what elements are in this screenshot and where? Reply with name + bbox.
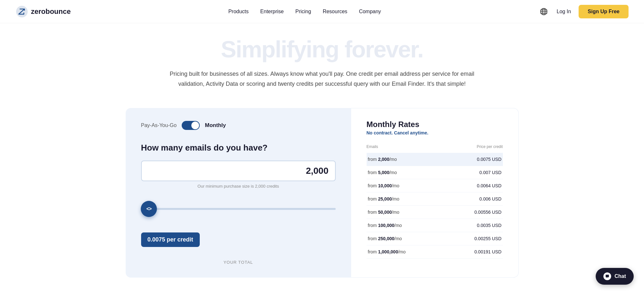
toggle-payasyougo-label: Pay-As-You-Go: [141, 123, 177, 128]
rates-cell-emails-0: from 2,000/mo: [367, 153, 445, 166]
pricing-section: Pay-As-You-Go Monthly How many emails do…: [97, 108, 548, 290]
pricing-right-card: Monthly Rates No contract. Cancel anytim…: [351, 108, 519, 278]
chat-label: Chat: [614, 273, 626, 279]
login-link[interactable]: Log In: [557, 9, 571, 15]
rates-title: Monthly Rates: [367, 120, 503, 129]
nav-item-pricing[interactable]: Pricing: [295, 9, 311, 15]
rates-cell-price-1: 0.007 USD: [445, 166, 503, 179]
logo[interactable]: zerobounce: [15, 5, 71, 18]
nav-right: Log In Sign Up Free: [539, 5, 629, 18]
globe-icon[interactable]: [539, 6, 549, 17]
rates-cell-emails-3: from 25,000/mo: [367, 192, 445, 206]
chat-button[interactable]: Chat: [596, 268, 634, 285]
logo-text: zerobounce: [31, 7, 71, 16]
rates-cell-emails-2: from 10,000/mo: [367, 179, 445, 192]
rates-row-6: from 250,000/mo 0.00255 USD: [367, 232, 503, 245]
rates-row-0: from 2,000/mo 0.0075 USD: [367, 153, 503, 166]
slider-thumb-icon: <>: [146, 206, 151, 212]
rates-cell-emails-6: from 250,000/mo: [367, 232, 445, 245]
email-question: How many emails do you have?: [141, 143, 336, 153]
zerobounce-logo-icon: [15, 5, 28, 18]
rates-cell-emails-4: from 50,000/mo: [367, 206, 445, 219]
rates-cell-price-7: 0.00191 USD: [445, 245, 503, 259]
rates-cell-price-0: 0.0075 USD: [445, 153, 503, 166]
price-tooltip: 0.0075 per credit: [141, 232, 200, 247]
rates-cell-emails-5: from 100,000/mo: [367, 219, 445, 232]
your-total-label: YOUR TOTAL: [141, 260, 336, 265]
min-purchase-text: Our minimum purchase size is 2,000 credi…: [141, 184, 336, 189]
nav-item-enterprise[interactable]: Enterprise: [260, 9, 284, 15]
email-count-input[interactable]: 2,000: [141, 161, 336, 181]
rates-row-4: from 50,000/mo 0.00556 USD: [367, 206, 503, 219]
rates-cell-emails-1: from 5,000/mo: [367, 166, 445, 179]
slider-thumb[interactable]: <>: [141, 201, 157, 217]
nav-item-products[interactable]: Products: [228, 9, 249, 15]
signup-button[interactable]: Sign Up Free: [579, 5, 629, 18]
col-emails-header: Emails: [367, 144, 445, 153]
rates-row-3: from 25,000/mo 0.006 USD: [367, 192, 503, 206]
toggle-knob: [191, 122, 199, 129]
email-count-value[interactable]: 2,000: [148, 166, 329, 176]
rates-cell-price-3: 0.006 USD: [445, 192, 503, 206]
hero-area: Simplifying forever. Pricing built for b…: [0, 23, 644, 108]
rates-row-7: from 1,000,000/mo 0.00191 USD: [367, 245, 503, 259]
slider-track[interactable]: <>: [141, 208, 336, 210]
rates-cell-price-6: 0.00255 USD: [445, 232, 503, 245]
rates-cell-price-5: 0.0035 USD: [445, 219, 503, 232]
rates-cell-price-2: 0.0064 USD: [445, 179, 503, 192]
chat-bubble-icon: [603, 272, 611, 280]
col-price-header: Price per credit: [445, 144, 503, 153]
rates-row-2: from 10,000/mo 0.0064 USD: [367, 179, 503, 192]
rates-row-1: from 5,000/mo 0.007 USD: [367, 166, 503, 179]
pricing-left-card: Pay-As-You-Go Monthly How many emails do…: [126, 108, 351, 278]
hero-title: Simplifying forever.: [26, 36, 618, 63]
nav-links: Products Enterprise Pricing Resources Co…: [228, 9, 381, 15]
slider-area: <>: [141, 202, 336, 220]
rates-cell-price-4: 0.00556 USD: [445, 206, 503, 219]
pricing-toggle[interactable]: [182, 121, 200, 130]
toggle-row: Pay-As-You-Go Monthly: [141, 121, 336, 130]
rates-subtitle: No contract. Cancel anytime.: [367, 130, 503, 135]
rates-table: Emails Price per credit from 2,000/mo 0.…: [367, 144, 503, 259]
nav-item-resources[interactable]: Resources: [323, 9, 347, 15]
rates-cell-emails-7: from 1,000,000/mo: [367, 245, 445, 259]
rates-row-5: from 100,000/mo 0.0035 USD: [367, 219, 503, 232]
toggle-monthly-label: Monthly: [205, 122, 226, 129]
navbar: zerobounce Products Enterprise Pricing R…: [0, 0, 644, 23]
hero-subtitle: Pricing built for businesses of all size…: [168, 69, 477, 89]
nav-item-company[interactable]: Company: [359, 9, 381, 15]
